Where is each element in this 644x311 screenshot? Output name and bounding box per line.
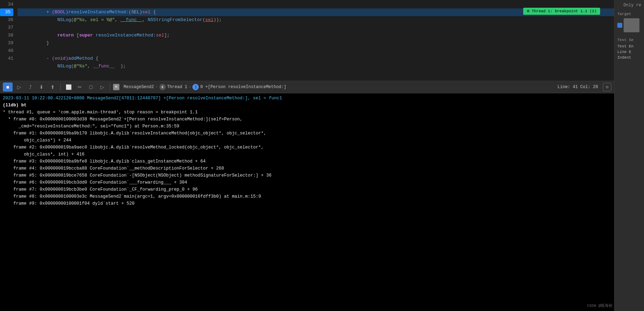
breadcrumb: MessageSend2 › ⏸ Thread 1 › 👤 0 +[Person… [121, 84, 556, 90]
monitor-icon[interactable]: ⊡ [603, 83, 611, 91]
editor-area: 34 35 36 37 38 39 40 41 + (BOOL)resolveI… [0, 0, 614, 81]
left-main: 34 35 36 37 38 39 40 41 + (BOOL)resolveI… [0, 0, 614, 311]
code-line-34: + (BOOL)resolveInstanceMethod:(SEL)sel { [18, 1, 614, 8]
main-layout: 34 35 36 37 38 39 40 41 + (BOOL)resolveI… [0, 0, 644, 311]
scissors-button[interactable]: ✂ [75, 82, 85, 92]
file-icon: M [113, 84, 119, 90]
console-line-4: _cmd="resolveInstanceMethod:", sel="func… [3, 123, 611, 130]
line-col-info: Line: 41 Col: 28 [558, 85, 598, 90]
person-icon: 👤 [192, 84, 199, 90]
console-line-1: (lldb) bt [3, 102, 611, 109]
console-area: 2023-03-11 10:22:00.422120+0800 MessageS… [0, 93, 614, 311]
code-line-39 [18, 39, 614, 47]
text-en-item[interactable]: Text En [617, 44, 641, 48]
thread-icon: ⏸ [159, 84, 166, 90]
step-into-button[interactable]: ⬇ [37, 82, 46, 92]
console-line-7: frame #2: 0x000000019ba9aec0 libobjc.A.d… [3, 144, 611, 151]
toolbar: ■ ▷ ⤴ ⬇ ⬆ ⬜ ✂ ⬡ [0, 81, 614, 93]
play-icon: ▷ [17, 84, 21, 90]
line-36: 36 [0, 16, 13, 24]
console-line-10: frame #4: 0x000000019bccba88 CoreFoundat… [3, 165, 611, 172]
breadcrumb-thread: Thread 1 [167, 85, 188, 90]
toolbar-separator-2 [110, 84, 110, 91]
target-checkbox[interactable] [617, 23, 622, 28]
breakpoint-label: Thread 1: breakpoint 1.1 (2) [532, 7, 597, 15]
step-out-button[interactable]: ⬆ [48, 82, 58, 92]
console-line-3: * frame #0: 0x0000000100003d38 MessageSe… [3, 116, 611, 123]
text-settings-section: Text Se Text En Line E Indent [617, 38, 641, 60]
step-out-icon: ⬆ [51, 84, 55, 90]
right-panel: Only re Target Text Se Text En Line E In… [614, 0, 644, 311]
code-line-37: return [super resolveInstanceMethod:sel]… [18, 24, 614, 32]
code-line-41: NSLog(@"%s", __func__ ); [18, 55, 614, 62]
console-line-5: frame #1: 0x000000019ba9b170 libobjc.A.d… [3, 130, 611, 137]
console-line-6: objc_class*) + 244 [3, 137, 611, 144]
line-e-item[interactable]: Line E [617, 50, 641, 54]
step-into-icon: ⬇ [39, 84, 44, 90]
breakpoint-indicator: ≡ Thread 1: breakpoint 1.1 (2) [523, 8, 600, 15]
line-37: 37 [0, 24, 13, 32]
frame-button[interactable]: ⬜ [64, 82, 73, 92]
console-line-15: frame #9: 0x00000000100001f04 dyld`start… [3, 200, 611, 207]
code-content: + (BOOL)resolveInstanceMethod:(SEL)sel {… [18, 0, 614, 81]
step-over-button[interactable]: ⤴ [25, 82, 35, 92]
continue-icon: ■ [6, 84, 9, 90]
target-checkbox-item [617, 18, 641, 32]
line-numbers: 34 35 36 37 38 39 40 41 [0, 0, 18, 81]
line-34: 34 [0, 1, 13, 8]
scissors-icon: ✂ [78, 84, 82, 90]
step-over-icon: ⤴ [29, 84, 32, 90]
console-line-9: frame #3: 0x000000019ba9bfe8 libobjc.A.d… [3, 158, 611, 165]
text-settings-title: Text Se [617, 38, 641, 42]
line-41: 41 [0, 55, 13, 62]
play-button[interactable]: ▷ [14, 82, 24, 92]
console-line-11: frame #5: 0x000000019bce7658 CoreFoundat… [3, 172, 611, 179]
target-thumbnail [624, 18, 639, 32]
console-content[interactable]: 2023-03-11 10:22:00.422120+0800 MessageS… [3, 95, 611, 310]
target-section: Target [617, 12, 641, 32]
console-line-0: 2023-03-11 10:22:00.422120+0800 MessageS… [3, 95, 611, 102]
line-35: 35 [0, 8, 13, 16]
indent-item[interactable]: Indent [617, 55, 641, 60]
console-line-13: frame #7: 0x000000019bcb3be0 CoreFoundat… [3, 186, 611, 193]
line-38: 38 [0, 32, 13, 39]
frame-icon: ⬜ [66, 84, 72, 90]
line-40: 40 [0, 47, 13, 55]
console-line-12: frame #6: 0x000000019bcb3dd0 CoreFoundat… [3, 179, 611, 186]
console-line-8: objc_class*, int) + 416 [3, 151, 611, 158]
console-line-14: frame #8: 0x0000000100003e3c MessageSend… [3, 193, 611, 200]
hamburger-icon: ≡ [527, 7, 530, 15]
share-button[interactable]: ⬡ [86, 82, 96, 92]
continue-button[interactable]: ■ [3, 82, 13, 92]
location-icon: ▷ [100, 84, 104, 90]
target-title: Target [617, 12, 641, 16]
line-39: 39 [0, 39, 13, 47]
breadcrumb-app: MessageSend2 [124, 85, 154, 90]
share-icon: ⬡ [89, 84, 93, 90]
toolbar-separator-1 [60, 84, 61, 91]
location-button[interactable]: ▷ [97, 82, 107, 92]
code-line-40: - (void)addMethod { [18, 47, 614, 55]
console-line-2: * thread #1, queue = 'com.apple.main-thr… [3, 109, 611, 116]
only-re-label: Only re [617, 3, 641, 8]
watermark: CSDN @瓶海创 [587, 303, 612, 308]
breadcrumb-frame: 0 +[Person resolveInstanceMethod:] [200, 85, 286, 90]
